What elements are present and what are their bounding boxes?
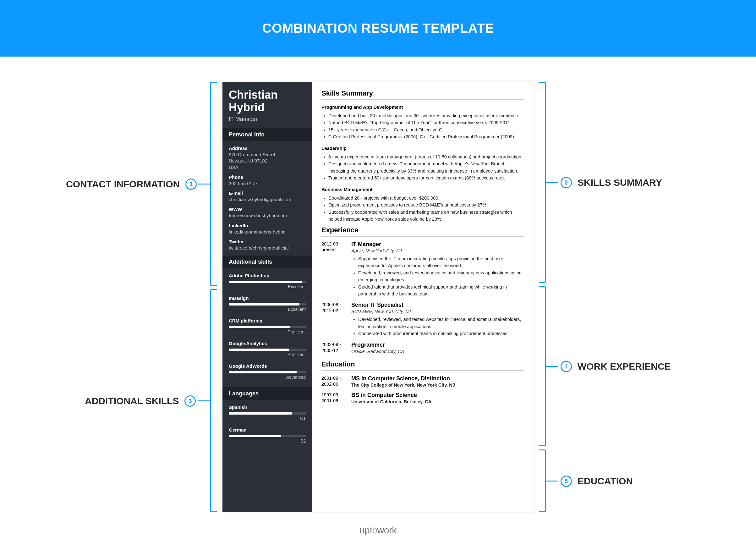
email-label: E-mail — [229, 190, 306, 196]
edu-content: BS in Computer Science University of Cal… — [351, 392, 524, 404]
edu-degree: BS in Computer Science — [351, 392, 524, 399]
exp-dates: 2002-09 - 2005-12 — [321, 342, 351, 356]
skill-level: Excellent — [229, 284, 306, 289]
education-row: 2001-09 - 2002-06 MS in Computer Science… — [321, 375, 524, 388]
skill-item: Google AdWords Advanced — [229, 363, 306, 380]
name-block: Christian Hybrid IT Manager — [222, 82, 312, 128]
experience-row: 2002-09 - 2005-12 Programmer Oracle, Red… — [321, 342, 524, 356]
edu-school: University of California, Berkeley, CA — [351, 399, 524, 404]
education-body: 2001-09 - 2002-06 MS in Computer Science… — [321, 375, 524, 404]
skill-name: CRM platforms — [229, 318, 306, 323]
ss-list: Coordinated 20+ projects with a budget o… — [321, 195, 524, 223]
experience-row: 2012-03 - present IT Manager Apple, New … — [321, 241, 524, 298]
ss-item: 8+ years experience in team management (… — [328, 153, 524, 160]
address-value: 970 Drummond Street Newark, NJ 07102 USA — [229, 151, 306, 171]
bracket-exp — [539, 286, 546, 446]
ss-item: 15+ years experience in C/C++, Cocoa, an… — [328, 126, 524, 133]
language-item: German B2 — [229, 427, 306, 443]
email-value: christian.w.hybrid@gmail.com — [229, 196, 306, 203]
skill-item: CRM platforms Proficient — [229, 318, 306, 334]
bracket-edu — [539, 449, 546, 512]
exp-dates: 2006-08 - 2012-02 — [321, 302, 351, 337]
ss-list: Developed and built 20+ mobile apps and … — [321, 112, 524, 140]
callout-exp: 4 WORK EXPERIENCE — [561, 361, 671, 372]
skill-bar — [229, 326, 306, 328]
personal-info-header: Personal Info — [222, 128, 312, 141]
skill-name: Adobe Photoshop — [229, 273, 306, 278]
ss-subtitle: Programming and App Development — [321, 104, 524, 110]
callout-label-5: EDUCATION — [578, 476, 633, 487]
exp-item: Cooperated with procurement teams in opt… — [358, 330, 524, 337]
exp-bullets: Suppervised the IT team in creating mobi… — [351, 255, 524, 298]
exp-item: Developed, reviewed, and tested websites… — [358, 316, 524, 330]
brand-up: up — [359, 525, 370, 535]
phone-label: Phone — [229, 174, 306, 180]
language-item: Spanish C1 — [229, 405, 306, 421]
www-label: WWW — [229, 206, 306, 212]
ss-item: Optimized procurement processes to reduc… — [328, 201, 524, 208]
skill-name: InDesign — [229, 295, 306, 301]
skill-level: Excellent — [229, 307, 306, 312]
exp-company: Oracle, Redwood City, CA — [351, 349, 524, 354]
edu-dates: 2001-09 - 2002-06 — [321, 375, 351, 388]
resume-right-column: Skills Summary Programming and App Devel… — [312, 82, 534, 512]
callout-label-1: CONTACT INFORMATION — [66, 179, 180, 190]
skill-level: Proficient — [229, 329, 306, 334]
experience-row: 2006-08 - 2012-02 Senior IT Specialist B… — [321, 302, 524, 337]
skill-name: Google AdWords — [229, 363, 306, 369]
callout-num-4: 4 — [561, 361, 572, 372]
banner-title: COMBINATION RESUME TEMPLATE — [262, 21, 494, 36]
bracket-line-skills — [198, 400, 210, 401]
ss-item: Successfully cooperated with sales and m… — [328, 209, 524, 223]
skills-summary-header: Skills Summary — [321, 89, 524, 100]
edu-dates: 1997-09 - 2001-06 — [321, 392, 351, 404]
address-label: Address — [229, 146, 306, 151]
language-level: C1 — [229, 416, 306, 421]
exp-item: Guided talent that provides technical su… — [358, 284, 524, 298]
skill-bar — [229, 349, 306, 351]
languages-block: Spanish C1German B2 — [222, 400, 312, 451]
experience-header: Experience — [321, 226, 524, 237]
ss-item: Coordinated 20+ projects with a budget o… — [328, 195, 524, 201]
languages-header: Languages — [222, 387, 312, 400]
callout-num-1: 1 — [185, 179, 197, 190]
personal-info-block: Address 970 Drummond Street Newark, NJ 0… — [222, 141, 312, 256]
ss-subtitle: Leadership — [321, 146, 524, 151]
language-level: B2 — [229, 438, 306, 443]
callout-num-2: 2 — [561, 177, 572, 188]
resume-card: Christian Hybrid IT Manager Personal Inf… — [222, 82, 534, 512]
skill-bar — [229, 303, 306, 306]
callout-num-3: 3 — [184, 395, 196, 407]
language-bar — [229, 412, 306, 415]
bracket-line-summary — [546, 182, 558, 183]
edu-school: The City College of New York, New York C… — [351, 383, 524, 388]
skill-bar — [229, 281, 306, 283]
exp-title: Senior IT Specialist — [351, 302, 524, 308]
banner: COMBINATION RESUME TEMPLATE — [0, 0, 756, 57]
bracket-line-edu — [546, 481, 558, 482]
skill-item: InDesign Excellent — [229, 295, 306, 312]
name-last: Hybrid — [229, 101, 306, 114]
name-first: Christian — [229, 89, 306, 101]
edu-degree: MS in Computer Science, Distinction — [351, 375, 524, 382]
language-bar — [229, 435, 306, 437]
brand-work: work — [377, 525, 397, 535]
exp-content: IT Manager Apple, New York City, NJ Supp… — [351, 241, 524, 298]
bracket-contact — [210, 82, 217, 286]
www-value: futureisnow.chrishybrid.com — [229, 212, 306, 219]
exp-title: IT Manager — [351, 241, 524, 248]
exp-item: Suppervised the IT team in creating mobi… — [358, 255, 524, 269]
edu-content: MS in Computer Science, Distinction The … — [351, 375, 524, 388]
ss-item: Designed and implemented a new IT manage… — [328, 160, 524, 174]
linkedin-label: LinkedIn — [229, 223, 306, 228]
callout-contact: 1 CONTACT INFORMATION — [66, 179, 197, 190]
exp-dates: 2012-03 - present — [321, 241, 351, 298]
bracket-summary — [539, 82, 546, 283]
bracket-skills — [210, 289, 217, 512]
skill-level: Proficient — [229, 352, 306, 357]
ss-item: Named BCD M&E's "Top Programmer of The Y… — [328, 119, 524, 126]
callout-label-3: ADDITIONAL SKILLS — [85, 396, 179, 406]
callout-edu: 5 EDUCATION — [561, 476, 633, 487]
exp-bullets: Developed, reviewed, and tested websites… — [351, 316, 524, 337]
callout-num-5: 5 — [561, 476, 572, 487]
